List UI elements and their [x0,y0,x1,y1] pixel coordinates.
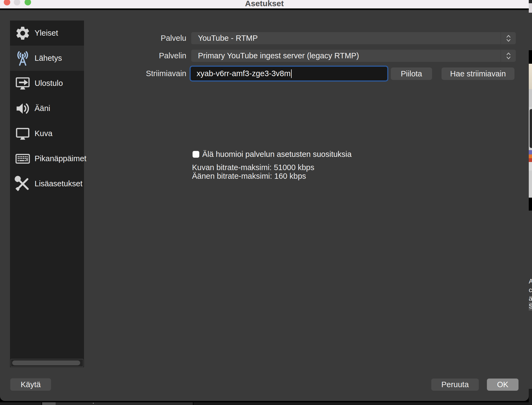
stream-key-input[interactable]: xyab-v6rr-amf3-zge3-3v8m [190,66,388,82]
sidebar-item-audio[interactable]: Ääni [10,96,84,121]
video-bitrate-info: Kuvan bitrate-maksimi: 51000 kbps [192,163,314,172]
text-caret [291,69,292,78]
background-app-bottom-sliver [0,402,529,405]
bottom-sliver-dot [93,403,94,404]
window-title: Asetukset [0,0,529,9]
tools-icon [14,176,31,192]
sidebar-item-label: Kuva [35,129,52,138]
sliver-block [529,150,532,154]
bottom-sliver-block [56,402,193,405]
ok-button[interactable]: OK [487,379,518,391]
sidebar-item-label: Pikanäppäimet [35,154,86,163]
sliver-block [529,171,532,198]
sidebar-horizontal-scrollbar[interactable] [11,359,83,367]
sliver-block [529,198,532,211]
server-label: Palvelin [103,50,186,62]
sliver-block [529,154,532,158]
sidebar-item-label: Yleiset [35,29,58,38]
get-stream-key-button[interactable]: Hae striimiavain [442,68,514,80]
keyboard-icon [14,150,31,167]
sliver-block [529,13,532,50]
sidebar-item-stream[interactable]: Lähetys [10,46,84,71]
sliver-block [529,389,532,405]
stream-key-label: Striimiavain [103,68,186,80]
sidebar-item-general[interactable]: Yleiset [10,21,84,46]
sidebar-item-label: Ääni [35,104,50,113]
gear-icon [14,25,31,42]
sidebar-item-hotkeys[interactable]: Pikanäppäimet [10,146,84,171]
speaker-icon [14,100,31,117]
bottom-sliver-block [0,402,41,405]
background-window-right-sliver: A c ä S [529,0,532,405]
bottom-sliver-block [194,402,529,405]
sliver-photo-detail [530,109,532,148]
cancel-button[interactable]: Peruuta [431,379,479,391]
service-select[interactable]: YouTube - RTMP [191,32,516,44]
settings-sidebar: Yleiset Lähetys [10,21,84,367]
ignore-recommendations-label: Älä huomioi palvelun asetusten suosituks… [202,150,352,158]
sliver-block [529,50,532,64]
sidebar-item-label: Ulostulo [35,79,63,88]
sliver-block [529,3,532,13]
sliver-text-fragment: S [529,302,532,310]
titlebar: Asetukset [0,0,529,9]
service-value: YouTube - RTMP [191,34,501,43]
sliver-text-fragment: A [529,277,532,286]
audio-bitrate-info: Äänen bitrate-maksimi: 160 kbps [192,172,306,180]
service-label: Palvelu [103,32,186,44]
sliver-block [529,162,532,171]
apply-button[interactable]: Käytä [10,378,51,391]
stream-key-value: xyab-v6rr-amf3-zge3-3v8m [191,69,291,78]
sliver-block [529,89,532,107]
ignore-recommendations-checkbox[interactable] [193,151,199,158]
bottom-sliver-block [42,402,56,405]
chevron-up-down-icon [501,32,516,44]
monitor-icon [14,125,31,142]
sliver-text-fragment: c [529,286,532,294]
server-select[interactable]: Primary YouTube ingest server (legacy RT… [191,50,516,62]
sliver-text-fragment: ä [529,294,532,302]
screen: Asetukset Yleiset [0,0,532,405]
sidebar-item-output[interactable]: Ulostulo [10,71,84,96]
sliver-block [529,107,532,150]
sidebar-item-label: Lisäasetukset [35,179,82,188]
chevron-up-down-icon [501,50,516,62]
hide-key-button[interactable]: Piilota [391,68,432,80]
sliver-block [529,0,532,3]
broadcast-antenna-icon [14,50,31,67]
sliver-block [529,64,532,89]
monitor-arrow-icon [14,75,31,92]
scrollbar-thumb[interactable] [12,360,80,365]
server-value: Primary YouTube ingest server (legacy RT… [191,51,501,60]
sliver-block [529,158,532,162]
sidebar-item-advanced[interactable]: Lisäasetukset [10,171,84,196]
sidebar-item-label: Lähetys [35,54,62,63]
sidebar-item-video[interactable]: Kuva [10,121,84,146]
